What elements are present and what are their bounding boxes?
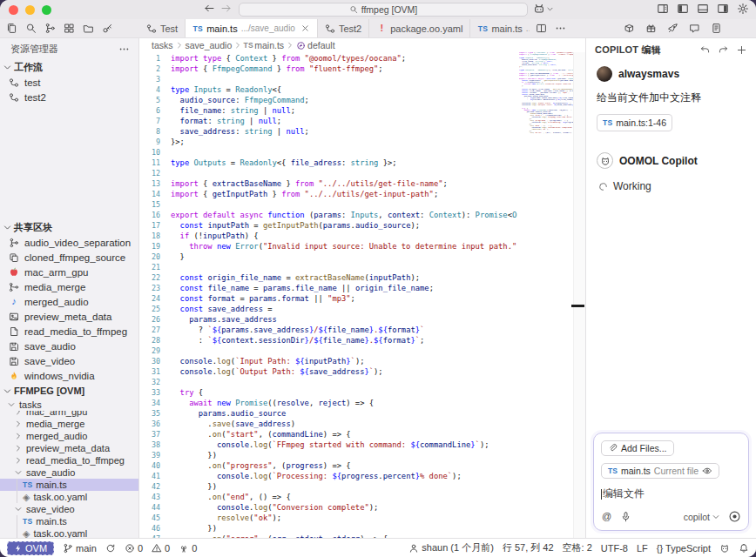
list-item-read_media_to_ffmpeg[interactable]: read_media_to_ffmpeg	[0, 324, 138, 339]
forward-icon[interactable]	[220, 3, 232, 14]
status-item-0[interactable]: 0	[125, 543, 143, 554]
status-item-ovm[interactable]: OVM	[7, 541, 54, 555]
list-item-preview_meta_data[interactable]: preview_meta_data	[0, 309, 138, 324]
tab-Test[interactable]: Test	[139, 19, 186, 37]
status-label: OVM	[25, 543, 47, 554]
tree-item-save_video[interactable]: save_video	[0, 503, 138, 515]
status-item[interactable]	[719, 543, 730, 554]
list-item-mac_arm_gpu[interactable]: mac_arm_gpu	[0, 265, 138, 279]
chat-input[interactable]: 编辑文件	[601, 487, 741, 501]
command-center[interactable]: ffmpeg [OVM]	[239, 3, 528, 17]
status-item--57-42[interactable]: 行 57, 列 42	[503, 541, 554, 554]
code-token: new	[217, 242, 231, 251]
chat-composer[interactable]: Add Files... TS main.ts Current file 编辑文…	[593, 433, 749, 532]
undo-icon[interactable]	[699, 44, 711, 56]
status-item-0[interactable]: 0	[179, 543, 197, 554]
tree-item-media_merge[interactable]: media_merge	[0, 418, 138, 430]
tab-main-ts[interactable]: TSmain.ts.../save	[470, 19, 530, 37]
assistant-menu[interactable]	[533, 3, 554, 15]
editor-scrollbar[interactable]	[573, 52, 585, 538]
tree-item-preview_meta_data[interactable]: preview_meta_data	[0, 442, 138, 454]
toggle-panel-icon[interactable]	[697, 3, 709, 15]
close-button[interactable]	[9, 5, 18, 15]
zoom-button[interactable]	[42, 5, 51, 15]
list-item-merged_audio[interactable]: ♪merged_audio	[0, 294, 138, 309]
status-item-utf-8[interactable]: UTF-8	[601, 543, 628, 554]
send-button[interactable]	[728, 510, 741, 523]
list-item-save_audio[interactable]: save_audio	[0, 339, 138, 353]
folder-icon[interactable]	[83, 23, 94, 34]
tree-item-merged_audio[interactable]: merged_audio	[0, 430, 138, 442]
split-editor-icon[interactable]	[536, 23, 547, 34]
source-control-icon[interactable]	[44, 23, 56, 34]
section-header[interactable]: 工作流	[0, 59, 138, 75]
toggle-sidebar-icon[interactable]	[677, 3, 689, 15]
status-item-main[interactable]: main	[63, 543, 97, 554]
section-header[interactable]: FFMPEG [OVM]	[0, 383, 138, 399]
code-line: 5 audio_source: FfmpegCommand;	[139, 95, 517, 105]
list-item-windows_nvidia[interactable]: windows_nvidia	[0, 368, 138, 383]
customize-layout-icon[interactable]	[657, 3, 669, 15]
tree-item-mac_arm_gpu[interactable]: mac_arm_gpu	[0, 411, 138, 418]
breadcrumb-item[interactable]: tasks	[152, 40, 173, 50]
model-selector[interactable]: copilot	[684, 512, 720, 522]
secrets-icon[interactable]	[102, 23, 113, 34]
status-item-lf[interactable]: LF	[637, 543, 648, 554]
toggle-secondary-sidebar-icon[interactable]	[717, 3, 729, 15]
minimap[interactable]: import type { Context } from "@oomol/typ…	[519, 52, 573, 538]
section-header[interactable]: 共享区块	[0, 219, 138, 235]
status-item[interactable]	[739, 543, 749, 554]
gift-icon[interactable]	[645, 23, 657, 34]
list-item-cloned_ffmpeg_source[interactable]: cloned_ffmpeg_source	[0, 250, 138, 265]
rocket-icon[interactable]	[667, 23, 678, 34]
tree-item-main.ts[interactable]: TSmain.ts	[0, 515, 138, 527]
breadcrumb-item[interactable]: save_audio	[186, 40, 233, 50]
status-label: 空格: 2	[563, 541, 592, 554]
status-item[interactable]	[105, 543, 116, 554]
status-item--2[interactable]: 空格: 2	[563, 541, 592, 554]
tree-item-read_media_to_ffmpeg[interactable]: read_media_to_ffmpeg	[0, 454, 138, 466]
tab-Test2[interactable]: Test2	[318, 19, 369, 37]
current-file-chip[interactable]: TS main.ts Current file	[601, 463, 719, 479]
files-icon[interactable]	[6, 23, 17, 34]
status-item-shaun-1-[interactable]: shaun (1 个月前)	[408, 541, 494, 554]
list-item-audio_video_separation[interactable]: audio_video_separation	[0, 235, 138, 250]
status-item--typescript[interactable]: {} TypeScript	[657, 543, 711, 554]
attachment-chip[interactable]: TS main.ts:1-46	[597, 114, 672, 131]
redo-icon[interactable]	[718, 44, 729, 56]
breadcrumb-item[interactable]: main.ts	[254, 40, 284, 50]
list-item-media_merge[interactable]: media_merge	[0, 279, 138, 294]
tree-item-task.oo.yaml[interactable]: ◈task.oo.yaml	[0, 491, 138, 503]
tree-item-tasks[interactable]: tasks	[0, 399, 138, 411]
changelog-icon[interactable]	[711, 23, 722, 34]
status-item-0[interactable]: 0	[152, 543, 170, 554]
sidebar-more-icon[interactable]	[118, 44, 130, 55]
back-icon[interactable]	[204, 3, 215, 14]
tree-item-task.oo.yaml[interactable]: ◈task.oo.yaml	[0, 527, 138, 538]
list-item-save_video[interactable]: save_video	[0, 353, 138, 368]
more-actions-icon[interactable]	[555, 23, 566, 34]
feedback-icon[interactable]	[689, 23, 700, 34]
tab-package-oo-yaml[interactable]: !package.oo.yaml	[369, 19, 470, 37]
list-item-test[interactable]: test	[0, 75, 138, 90]
tree-item-main.ts[interactable]: TSmain.ts	[0, 479, 138, 491]
tree-item-save_audio[interactable]: save_audio	[0, 466, 138, 479]
code-token: |	[245, 117, 259, 125]
eye-icon[interactable]	[702, 466, 712, 476]
minimize-button[interactable]	[25, 5, 35, 15]
breadcrumb-item[interactable]: default	[307, 40, 335, 50]
mic-icon[interactable]	[620, 511, 631, 522]
code-line: 22 const origin_file_name = extractBaseN…	[139, 272, 517, 283]
extensions-icon[interactable]	[64, 23, 75, 34]
list-item-test2[interactable]: test2	[0, 90, 138, 104]
minimap-token: "../../utils/get-input-path"	[556, 75, 573, 77]
settings-gear-icon[interactable]	[737, 3, 749, 15]
mention-icon[interactable]: @	[601, 511, 612, 522]
search-view-icon[interactable]	[25, 23, 37, 34]
close-icon[interactable]	[300, 23, 310, 33]
code-editor[interactable]: 1import type { Context } from "@oomol/ty…	[139, 52, 585, 538]
tab-main-ts[interactable]: TSmain.ts.../save_audio	[186, 19, 318, 37]
new-session-icon[interactable]	[736, 44, 747, 56]
package-icon[interactable]	[624, 23, 635, 34]
add-files-button[interactable]: Add Files...	[601, 440, 674, 456]
